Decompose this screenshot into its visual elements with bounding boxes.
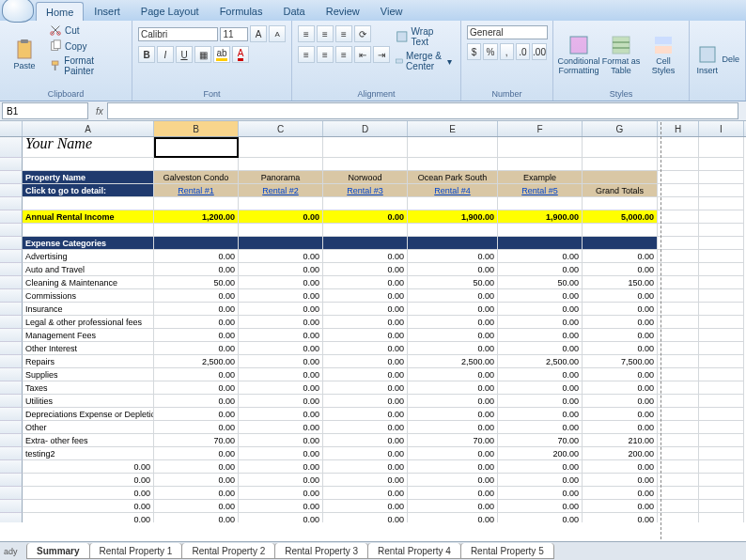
- expense-value[interactable]: 0.00: [323, 329, 408, 342]
- expense-value[interactable]: 0.00: [154, 289, 239, 303]
- font-name-select[interactable]: Calibri: [138, 27, 218, 41]
- sheet-tab[interactable]: Rental Property 4: [367, 543, 461, 559]
- expense-value[interactable]: 0.00: [498, 368, 583, 381]
- expense-name[interactable]: Cleaning & Maintenance: [23, 276, 154, 289]
- border-button[interactable]: ▦: [194, 46, 211, 63]
- rental-link[interactable]: Rental #1: [154, 184, 239, 197]
- expense-value[interactable]: 2,500.00: [154, 355, 239, 368]
- expense-value[interactable]: 0.00: [239, 289, 323, 303]
- expense-value[interactable]: 0.00: [154, 395, 239, 408]
- fill-color-button[interactable]: ab: [213, 46, 230, 63]
- col-header[interactable]: F: [498, 121, 583, 136]
- orientation[interactable]: ⟳: [354, 25, 371, 42]
- expense-value[interactable]: 0.00: [323, 276, 408, 289]
- expense-value[interactable]: 0.00: [498, 303, 583, 316]
- sheet-tab[interactable]: Rental Property 2: [181, 543, 275, 559]
- expense-value[interactable]: 50.00: [498, 276, 583, 289]
- sheet-tab[interactable]: Rental Property 1: [89, 543, 183, 559]
- expense-value[interactable]: 0.00: [239, 408, 323, 421]
- expense-value[interactable]: 0.00: [154, 421, 239, 434]
- expense-value[interactable]: 0.00: [498, 342, 583, 355]
- expense-value[interactable]: 0.00: [583, 250, 658, 263]
- expense-value[interactable]: 0.00: [323, 355, 408, 368]
- expense-value[interactable]: 0.00: [408, 381, 498, 395]
- expense-name[interactable]: Advertising: [23, 250, 154, 263]
- expense-value[interactable]: 70.00: [498, 434, 583, 447]
- expense-value[interactable]: 0.00: [323, 434, 408, 447]
- expense-value[interactable]: 0.00: [498, 329, 583, 342]
- tab-review[interactable]: Review: [316, 1, 370, 21]
- expense-value[interactable]: 0.00: [408, 250, 498, 263]
- align-right[interactable]: ≡: [335, 46, 352, 63]
- font-size-select[interactable]: 11: [220, 27, 248, 41]
- expense-value[interactable]: 0.00: [408, 447, 498, 460]
- comma-button[interactable]: ,: [500, 43, 514, 60]
- expense-value[interactable]: 0.00: [583, 329, 658, 342]
- expense-value[interactable]: 0.00: [239, 447, 323, 460]
- name-box[interactable]: B1: [2, 102, 88, 119]
- expense-value[interactable]: 0.00: [323, 395, 408, 408]
- expense-value[interactable]: 0.00: [239, 329, 323, 342]
- expense-value[interactable]: 0.00: [498, 263, 583, 276]
- expense-value[interactable]: 0.00: [154, 368, 239, 381]
- expense-value[interactable]: 0.00: [583, 342, 658, 355]
- expense-value[interactable]: 0.00: [323, 316, 408, 329]
- col-header[interactable]: I: [699, 121, 744, 136]
- copy-button[interactable]: Copy: [46, 39, 126, 54]
- expense-value[interactable]: 7,500.00: [583, 355, 658, 368]
- col-header[interactable]: D: [323, 121, 408, 136]
- expense-value[interactable]: 0.00: [408, 316, 498, 329]
- expense-value[interactable]: 0.00: [498, 250, 583, 263]
- expense-value[interactable]: 0.00: [408, 329, 498, 342]
- expense-value[interactable]: 0.00: [239, 303, 323, 316]
- expense-name[interactable]: Depreciations Expense or Depletion: [23, 408, 154, 421]
- tab-data[interactable]: Data: [272, 1, 315, 21]
- expense-name[interactable]: Utilities: [23, 395, 154, 408]
- expense-value[interactable]: 0.00: [498, 395, 583, 408]
- expense-value[interactable]: 0.00: [239, 421, 323, 434]
- grow-font-button[interactable]: A: [250, 25, 267, 42]
- office-button[interactable]: [2, 0, 34, 23]
- expense-value[interactable]: 0.00: [583, 289, 658, 303]
- expense-value[interactable]: 0.00: [323, 421, 408, 434]
- expense-value[interactable]: 50.00: [154, 276, 239, 289]
- expense-name[interactable]: Taxes: [23, 381, 154, 395]
- col-header[interactable]: G: [583, 121, 658, 136]
- tab-page-layout[interactable]: Page Layout: [131, 1, 210, 21]
- formula-input[interactable]: [107, 102, 738, 119]
- expense-value[interactable]: 0.00: [323, 342, 408, 355]
- expense-value[interactable]: 0.00: [239, 355, 323, 368]
- expense-value[interactable]: 0.00: [408, 289, 498, 303]
- font-color-button[interactable]: A: [232, 46, 249, 63]
- conditional-formatting-button[interactable]: Conditional Formatting: [559, 23, 598, 87]
- col-header[interactable]: C: [239, 121, 323, 136]
- expense-value[interactable]: 0.00: [583, 381, 658, 395]
- currency-button[interactable]: $: [467, 43, 481, 60]
- expense-name[interactable]: Extra- other fees: [23, 434, 154, 447]
- sheet-tab[interactable]: Summary: [26, 543, 90, 559]
- expense-value[interactable]: 0.00: [239, 342, 323, 355]
- format-painter-button[interactable]: Format Painter: [46, 54, 126, 77]
- merge-center-button[interactable]: Merge & Center ▾: [393, 50, 455, 72]
- expense-value[interactable]: 0.00: [583, 316, 658, 329]
- underline-button[interactable]: U: [176, 46, 193, 63]
- expense-value[interactable]: 0.00: [323, 368, 408, 381]
- your-name-cell[interactable]: Your Name: [23, 137, 154, 158]
- tab-view[interactable]: View: [370, 1, 413, 21]
- expense-value[interactable]: 200.00: [498, 447, 583, 460]
- cut-button[interactable]: Cut: [46, 23, 126, 38]
- expense-name[interactable]: Other: [23, 421, 154, 434]
- expense-value[interactable]: 0.00: [408, 342, 498, 355]
- delete-cells-button[interactable]: Dele: [722, 23, 739, 97]
- italic-button[interactable]: I: [157, 46, 174, 63]
- expense-value[interactable]: 0.00: [408, 263, 498, 276]
- expense-value[interactable]: 0.00: [408, 421, 498, 434]
- expense-value[interactable]: 2,500.00: [408, 355, 498, 368]
- expense-value[interactable]: 0.00: [323, 381, 408, 395]
- sheet-tab[interactable]: Rental Property 3: [274, 543, 368, 559]
- expense-value[interactable]: 0.00: [239, 395, 323, 408]
- expense-value[interactable]: 0.00: [154, 316, 239, 329]
- expense-value[interactable]: 0.00: [154, 250, 239, 263]
- expense-value[interactable]: 0.00: [408, 395, 498, 408]
- expense-value[interactable]: 0.00: [154, 381, 239, 395]
